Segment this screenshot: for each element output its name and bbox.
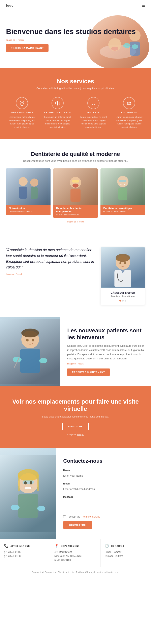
doctor-card: Chasseur Norton Dentiste - Propriétaire [101,247,145,305]
email-label: Email [63,482,144,485]
hero-title: Bienvenue dans les studios dentaires [6,28,143,36]
service-card-1: CHIRURGIE BUCCALE Lorem ipsum dolor sit … [42,97,74,129]
footer-card-location-header: 📍 EMPLACEMENT [54,544,96,548]
dot-1 [122,300,124,302]
new-patients-svg [0,319,60,384]
services-subtitle: Convaleur adipiscing elit nullam nunc ju… [6,87,145,90]
svg-rect-53 [25,487,31,489]
quality-section: Dentisterie de qualité et moderne Découv… [0,139,151,235]
new-patients-credit: Image de Freepik [67,363,144,365]
footer-hours-line2: 8:00am - 6:00pm [105,554,147,558]
footer-location-line1: 421 Rock Street, [54,550,96,554]
service-icon-3 [123,97,135,109]
svg-point-43 [32,339,34,342]
location-icon: 📍 [54,544,59,548]
contact-section: Contactez-nous Name Email Message I acce… [0,448,151,539]
virtual-credit-link[interactable]: Freepik [77,434,84,436]
virtual-cta-button[interactable]: VOIR PLUS [62,423,89,430]
contact-image [0,448,56,539]
team-photo-svg [8,168,48,205]
new-patients-section: Les nouveaux patients sont les bienvenus… [0,317,151,386]
checkbox-text: I accept the [68,515,80,518]
svg-point-15 [19,177,28,186]
quote-section: "J'apprécie la décision de mes patients … [0,235,151,317]
doctor-title: Dentiste - Propriétaire [104,295,142,298]
submit-button[interactable]: SOUMETTRE [63,521,92,529]
svg-point-22 [72,184,79,188]
service-icon-2 [87,97,99,109]
service-title-2: IMPLANTS [78,112,109,114]
quality-card-title-0: Notre équipe [9,207,48,210]
quality-credit-link[interactable]: Freepik [78,221,84,223]
doctor-name: Chasseur Norton [104,291,142,294]
quality-subtitle: Découvrez tout ce dont vous avez besoin … [6,159,145,162]
svg-point-51 [11,505,19,510]
svg-rect-48 [37,475,39,491]
footer-info: 📞 APPELEZ-NOUS (316) 555-0116 (316) 555-… [0,539,151,567]
footer-card-hours: 🕐 HORAIRES Lundi - Samedi: 8:00am - 6:00… [101,539,151,567]
svg-point-54 [24,481,27,484]
new-patients-cta-button[interactable]: RESERVEZ MAINTENANT [67,368,110,376]
service-title-1: CHIRURGIE BUCCALE [42,112,74,114]
new-patients-credit-link[interactable]: Freepik [77,363,83,365]
footer-phone-line2: (316) 555-0188 [4,554,46,558]
new-patients-content: Les nouveaux patients sont les bienvenus… [60,317,151,386]
missing-teeth-svg [55,168,96,205]
service-desc-2: Lorem ipsum dolor sit amet consectetur a… [78,115,109,129]
service-card-2: IMPLANTS Lorem ipsum dolor sit amet cons… [78,97,109,129]
doctor-photo-svg [101,247,145,288]
svg-rect-9 [57,101,58,105]
service-desc-1: Lorem ipsum dolor sit amet consectetur a… [42,115,74,129]
svg-point-52 [37,506,45,511]
svg-point-55 [30,481,32,484]
terms-checkbox[interactable] [63,515,66,518]
hero-image-credit: Image de Freepik [6,39,143,41]
svg-rect-27 [119,180,127,182]
footer-location-line3: (316) 555-0188 [54,558,96,562]
name-label: Name [63,469,144,472]
terms-link[interactable]: Terms of Service [82,515,100,518]
dot-active [119,300,121,302]
service-title-0: SOINS DENTAIRES [6,112,38,114]
svg-rect-16 [19,186,27,199]
svg-point-37 [21,328,39,338]
svg-point-46 [18,469,39,481]
doctor-dots [104,300,142,302]
svg-rect-11 [93,101,94,104]
svg-point-40 [39,358,47,363]
quote-credit-link[interactable]: Freepik [15,273,22,275]
svg-point-34 [124,262,126,264]
quality-card-label-0: Notre équipe Ut enim ad minim veniam [6,205,50,215]
clock-icon: 🕐 [105,544,109,548]
navbar: logo ≡ [0,0,151,11]
hamburger-icon[interactable]: ≡ [142,3,145,8]
hero-text: Bienvenue dans les studios dentaires Ima… [6,28,145,52]
email-input[interactable] [63,486,144,492]
surgery-icon [55,100,60,106]
quality-card-sub-1: Ut enim ad minim veniam [56,214,95,216]
virtual-subtitle: Setus vitae pharetra auctor kasu mollis … [6,415,145,418]
hero-credit-link[interactable]: Freepik [16,39,24,41]
svg-point-42 [26,339,29,342]
contact-form-wrap: Contactez-nous Name Email Message I acce… [56,448,151,539]
services-title: Nos services [6,78,145,85]
footer-hours-title: HORAIRES [111,545,124,547]
hero-section: Bienvenue dans les studios dentaires Ima… [0,11,151,68]
service-card-0: SOINS DENTAIRES Lorem ipsum dolor sit am… [6,97,38,129]
quality-card-title-2: Dentisterie cosmétique [103,207,142,210]
service-icon-1 [52,97,64,109]
svg-point-30 [116,254,130,262]
svg-rect-21 [70,188,81,202]
footer-card-location: 📍 EMPLACEMENT 421 Rock Street, New York,… [50,539,101,567]
service-desc-3: Lorem ipsum dolor sit amet consectetur a… [113,115,145,129]
footer-phone-title: APPELEZ-NOUS [10,545,30,547]
quality-card-sub-0: Ut enim ad minim veniam [9,210,48,213]
services-grid: SOINS DENTAIRES Lorem ipsum dolor sit am… [6,97,145,129]
hero-cta-button[interactable]: RESERVEZ MAINTENANT [6,44,48,52]
message-input[interactable] [63,499,144,511]
service-title-3: COURONNES [113,112,145,114]
svg-rect-18 [31,187,38,199]
name-input[interactable] [63,472,144,479]
svg-rect-47 [18,475,20,491]
svg-rect-23 [72,180,79,182]
